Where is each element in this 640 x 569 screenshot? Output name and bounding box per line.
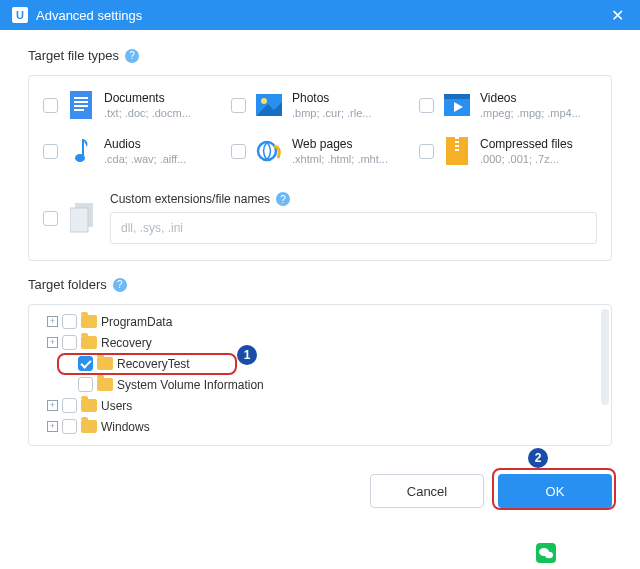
checkbox[interactable] — [62, 335, 77, 350]
annotation-badge-1: 1 — [237, 345, 257, 365]
type-videos[interactable]: Videos .mpeg; .mpg; .mp4... — [419, 90, 597, 120]
checkbox[interactable] — [43, 144, 58, 159]
type-title: Web pages — [292, 137, 388, 151]
annotation-ring-2 — [492, 468, 616, 510]
svg-point-6 — [261, 98, 267, 104]
custom-file-icon — [70, 203, 98, 233]
type-extensions: .bmp; .cur; .rle... — [292, 107, 371, 119]
type-extensions: .000; .001; .7z... — [480, 153, 573, 165]
tree-row-recovery[interactable]: + Recovery — [39, 332, 601, 353]
type-extensions: .txt; .doc; .docm... — [104, 107, 191, 119]
photo-icon — [256, 90, 282, 120]
expand-icon[interactable]: + — [47, 337, 58, 348]
svg-point-20 — [539, 548, 549, 556]
watermark: 傻大个黑科技 — [536, 543, 632, 563]
type-compressed[interactable]: Compressed files .000; .001; .7z... — [419, 136, 597, 166]
type-title: Documents — [104, 91, 191, 105]
folder-label: System Volume Information — [117, 378, 264, 392]
svg-rect-4 — [74, 109, 84, 111]
tree-row-programdata[interactable]: + ProgramData — [39, 311, 601, 332]
title-bar: U Advanced settings ✕ — [0, 0, 640, 30]
type-extensions: .cda; .wav; .aiff... — [104, 153, 186, 165]
checkbox[interactable] — [419, 98, 434, 113]
folder-icon — [81, 420, 97, 433]
svg-point-21 — [545, 552, 553, 558]
custom-extensions-input[interactable] — [110, 212, 597, 244]
checkbox[interactable] — [231, 144, 246, 159]
checkbox[interactable] — [419, 144, 434, 159]
type-photos[interactable]: Photos .bmp; .cur; .rle... — [231, 90, 409, 120]
type-title: Photos — [292, 91, 371, 105]
dialog-buttons: Cancel OK 2 — [0, 460, 640, 508]
type-extensions: .mpeg; .mpg; .mp4... — [480, 107, 581, 119]
type-extensions: .xhtml; .html; .mht... — [292, 153, 388, 165]
custom-extensions-row: Custom extensions/file names ? — [43, 186, 597, 244]
webpage-icon — [256, 136, 282, 166]
help-icon[interactable]: ? — [125, 49, 139, 63]
custom-extensions-label: Custom extensions/file names ? — [110, 192, 597, 206]
folder-label: Recovery — [101, 336, 152, 350]
annotation-badge-2: 2 — [528, 448, 548, 468]
type-title: Audios — [104, 137, 186, 151]
target-folders-label: Target folders ? — [28, 277, 612, 292]
audio-icon — [68, 136, 94, 166]
tree-row-windows[interactable]: + Windows — [39, 416, 601, 437]
type-title: Compressed files — [480, 137, 573, 151]
help-icon[interactable]: ? — [276, 192, 290, 206]
tree-row-users[interactable]: + Users — [39, 395, 601, 416]
folder-label: ProgramData — [101, 315, 172, 329]
checkbox[interactable] — [62, 314, 77, 329]
svg-point-12 — [258, 142, 276, 160]
folder-label: Windows — [101, 420, 150, 434]
type-audios[interactable]: Audios .cda; .wav; .aiff... — [43, 136, 221, 166]
checkbox[interactable] — [43, 98, 58, 113]
checkbox[interactable] — [62, 419, 77, 434]
svg-point-11 — [75, 154, 85, 162]
svg-rect-19 — [70, 208, 88, 232]
svg-rect-2 — [74, 101, 88, 103]
type-documents[interactable]: Documents .txt; .doc; .docm... — [43, 90, 221, 120]
svg-rect-17 — [455, 147, 459, 149]
window-title: Advanced settings — [36, 8, 142, 23]
svg-rect-15 — [455, 139, 459, 141]
folder-icon — [97, 378, 113, 391]
checkbox[interactable] — [78, 377, 93, 392]
folder-icon — [81, 315, 97, 328]
cancel-button[interactable]: Cancel — [370, 474, 484, 508]
svg-rect-1 — [74, 97, 88, 99]
scrollbar[interactable] — [601, 309, 609, 405]
expand-icon[interactable]: + — [47, 421, 58, 432]
folder-label: Users — [101, 399, 132, 413]
svg-rect-16 — [455, 143, 459, 145]
wechat-icon — [536, 543, 556, 563]
archive-icon — [444, 136, 470, 166]
file-types-panel: Documents .txt; .doc; .docm... Photos .b… — [28, 75, 612, 261]
document-icon — [68, 90, 94, 120]
app-icon: U — [12, 7, 28, 23]
expand-placeholder — [63, 379, 74, 390]
close-icon[interactable]: ✕ — [607, 6, 628, 25]
checkbox[interactable] — [62, 398, 77, 413]
annotation-ring-1 — [57, 353, 237, 375]
svg-rect-3 — [74, 105, 88, 107]
type-webpages[interactable]: Web pages .xhtml; .html; .mht... — [231, 136, 409, 166]
folder-icon — [81, 336, 97, 349]
folder-icon — [81, 399, 97, 412]
expand-icon[interactable]: + — [47, 316, 58, 327]
svg-rect-9 — [444, 94, 470, 99]
help-icon[interactable]: ? — [113, 278, 127, 292]
folders-panel: + ProgramData + Recovery RecoveryTest — [28, 304, 612, 446]
video-icon — [444, 90, 470, 120]
target-file-types-label: Target file types ? — [28, 48, 612, 63]
checkbox[interactable] — [231, 98, 246, 113]
expand-icon[interactable]: + — [47, 400, 58, 411]
type-title: Videos — [480, 91, 581, 105]
checkbox[interactable] — [43, 211, 58, 226]
tree-row-svi[interactable]: System Volume Information — [39, 374, 601, 395]
